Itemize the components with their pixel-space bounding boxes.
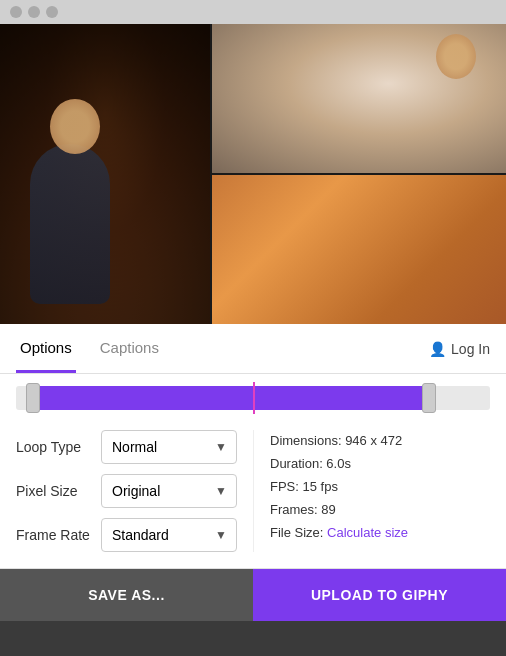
options-form: Loop Type Normal Reverse Ping Pong ▼ Pix…: [0, 422, 506, 560]
video-cell-main: [0, 24, 210, 324]
timeline-handle-left[interactable]: [26, 383, 40, 413]
maximize-button[interactable]: [46, 6, 58, 18]
loop-type-label: Loop Type: [16, 439, 91, 455]
minimize-button[interactable]: [28, 6, 40, 18]
controls-panel: Options Captions 👤 Log In Loop Type Norm…: [0, 324, 506, 621]
video-preview: [0, 24, 506, 324]
title-bar: [0, 0, 506, 24]
user-icon: 👤: [429, 341, 446, 357]
video-cell-bottom-right: [212, 175, 506, 324]
frame-rate-label: Frame Rate: [16, 527, 91, 543]
tab-options[interactable]: Options: [16, 325, 76, 373]
save-as-button[interactable]: SAVE AS...: [0, 569, 253, 621]
footer-buttons: SAVE AS... UPLOAD TO GIPHY: [0, 568, 506, 621]
login-button[interactable]: 👤 Log In: [429, 341, 490, 357]
dimensions-info: Dimensions: 946 x 472: [270, 430, 490, 452]
calculate-size-link[interactable]: Calculate size: [327, 525, 408, 540]
frames-info: Frames: 89: [270, 499, 490, 521]
file-size-info: File Size: Calculate size: [270, 522, 490, 544]
close-button[interactable]: [10, 6, 22, 18]
frame-rate-select-wrapper: Standard Low High ▼: [101, 518, 237, 552]
timeline-track[interactable]: [16, 386, 490, 410]
loop-type-select-wrapper: Normal Reverse Ping Pong ▼: [101, 430, 237, 464]
fps-info: FPS: 15 fps: [270, 476, 490, 498]
pixel-size-label: Pixel Size: [16, 483, 91, 499]
timeline-handle-right[interactable]: [422, 383, 436, 413]
tab-bar: Options Captions 👤 Log In: [0, 324, 506, 374]
frame-rate-select[interactable]: Standard Low High: [101, 518, 237, 552]
pixel-size-select-wrapper: Original Small Medium Large ▼: [101, 474, 237, 508]
video-cell-top-right: [212, 24, 506, 173]
timeline-fill: [34, 386, 430, 410]
frame-rate-row: Frame Rate Standard Low High ▼: [16, 518, 237, 552]
loop-type-row: Loop Type Normal Reverse Ping Pong ▼: [16, 430, 237, 464]
upload-button[interactable]: UPLOAD TO GIPHY: [253, 569, 506, 621]
timeline-playhead[interactable]: [253, 382, 255, 414]
tab-captions[interactable]: Captions: [96, 325, 163, 373]
pixel-size-row: Pixel Size Original Small Medium Large ▼: [16, 474, 237, 508]
timeline-area: [0, 374, 506, 422]
loop-type-select[interactable]: Normal Reverse Ping Pong: [101, 430, 237, 464]
info-panel: Dimensions: 946 x 472 Duration: 6.0s FPS…: [253, 430, 490, 552]
duration-info: Duration: 6.0s: [270, 453, 490, 475]
pixel-size-select[interactable]: Original Small Medium Large: [101, 474, 237, 508]
options-left-panel: Loop Type Normal Reverse Ping Pong ▼ Pix…: [16, 430, 253, 552]
